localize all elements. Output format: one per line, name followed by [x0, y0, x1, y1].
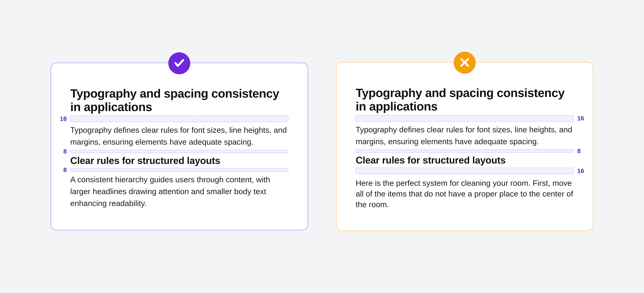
good-gap-1-row: 16 — [70, 116, 288, 122]
good-example-card: Typography and spacing consistency in ap… — [50, 63, 308, 231]
good-gap-2-box — [70, 150, 288, 153]
bad-badge — [454, 52, 476, 74]
bad-gap-1-label: 16 — [577, 115, 584, 122]
bad-example-card: Typography and spacing consistency in ap… — [336, 62, 594, 231]
bad-gap-2-label: 8 — [577, 148, 580, 155]
check-icon — [174, 57, 185, 70]
good-gap-2-row: 8 — [70, 150, 288, 153]
good-body-2: A consistent hierarchy guides users thro… — [70, 174, 288, 209]
good-gap-2-label: 8 — [64, 148, 67, 155]
good-gap-3-row: 8 — [70, 168, 288, 172]
bad-subheading: Clear rules for structured layouts — [356, 155, 574, 166]
good-gap-1-box — [70, 116, 288, 122]
good-gap-1-label: 16 — [60, 115, 67, 122]
good-body-1: Typography defines clear rules for font … — [70, 124, 288, 148]
good-gap-3-box — [70, 168, 288, 172]
bad-heading: Typography and spacing consistency in ap… — [356, 86, 574, 113]
bad-gap-3-label: 16 — [577, 167, 584, 174]
bad-gap-2-row: 8 — [356, 149, 574, 153]
good-subheading: Clear rules for structured layouts — [70, 155, 288, 166]
bad-gap-3-row: 16 — [356, 168, 574, 174]
bad-gap-3-box — [356, 168, 574, 174]
bad-gap-1-box — [356, 115, 574, 122]
comparison-canvas: Typography and spacing consistency in ap… — [0, 0, 644, 293]
bad-body-1: Typography defines clear rules for font … — [356, 124, 574, 147]
x-icon — [459, 57, 470, 69]
bad-gap-1-row: 16 — [356, 115, 574, 122]
good-heading: Typography and spacing consistency in ap… — [70, 87, 288, 114]
bad-body-2: Here is the perfect system for cleaning … — [356, 178, 574, 210]
good-badge — [168, 52, 190, 74]
bad-gap-2-box — [356, 149, 574, 153]
good-gap-3-label: 8 — [64, 166, 67, 173]
